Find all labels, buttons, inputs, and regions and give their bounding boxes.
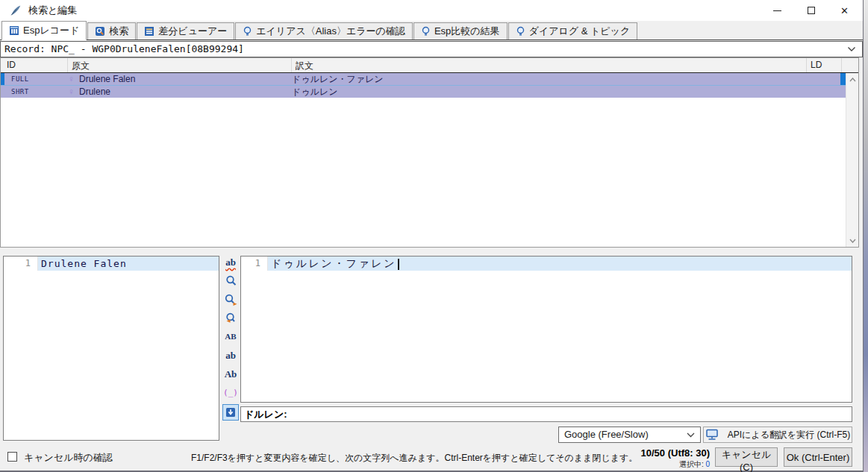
- scroll-down-icon[interactable]: [846, 234, 858, 247]
- table-row[interactable]: SHRT ♀ Drulene ドゥルレン: [1, 85, 846, 98]
- chevron-down-icon[interactable]: [847, 46, 856, 52]
- table-row[interactable]: FULL ♀ Drulene Falen ドゥルレン・ファレン: [1, 73, 846, 85]
- spellcheck-icon[interactable]: ab: [222, 255, 239, 269]
- cancel-button[interactable]: キャンセル(C): [715, 447, 778, 467]
- tab-alias-errors[interactable]: エイリアス〈Alias〉エラーの確認: [235, 22, 413, 40]
- tab-bar: Espレコード 検索 差分ビューアー: [0, 21, 863, 40]
- column-header-id: ID: [1, 58, 68, 72]
- tab-label: エイリアス〈Alias〉エラーの確認: [256, 25, 405, 38]
- minimize-icon: [773, 10, 781, 11]
- selected-label: 選択中:: [679, 460, 704, 468]
- record-combobox[interactable]: Record: NPC_ - WGP0DruleneFalen[08B99294…: [0, 41, 863, 57]
- female-icon: ♀: [68, 87, 75, 96]
- lowercase-icon[interactable]: ab: [222, 348, 239, 362]
- api-button-label: APIによる翻訳を実行 (Ctrl-F5): [728, 429, 850, 441]
- bulb-icon: [516, 26, 525, 37]
- target-editor[interactable]: 1 ドゥルレン・ファレン: [240, 256, 852, 403]
- tab-label: 検索: [109, 25, 128, 38]
- feather-icon: [9, 4, 22, 17]
- tab-label: Espレコード: [23, 24, 79, 37]
- confirm-on-cancel-label: キャンセル時の確認: [24, 451, 113, 465]
- bulb-icon: [421, 26, 431, 37]
- minimize-button[interactable]: [761, 0, 794, 21]
- table-scrollbar[interactable]: [846, 73, 858, 247]
- records-icon: [9, 25, 19, 36]
- records-table: ID 原文 訳文 LD FULL ♀ Drulene Falen ドゥルレン・フ…: [0, 57, 859, 248]
- confirm-on-cancel-checkbox[interactable]: [7, 452, 17, 462]
- search-icon: [95, 26, 105, 37]
- apply-translation-icon[interactable]: [222, 404, 239, 421]
- network-icon: [705, 429, 719, 441]
- column-header-translation: 訳文: [292, 58, 807, 72]
- title-bar: 検索と編集 ✕: [0, 0, 863, 21]
- uppercase-icon[interactable]: AB: [222, 330, 239, 344]
- search-prev-icon[interactable]: [222, 311, 239, 325]
- ok-button[interactable]: Ok (Ctrl-Enter): [784, 447, 852, 467]
- engine-selected-value: Google (Free/Slow): [564, 427, 649, 442]
- keyboard-hint: F1/F2/F3を押すと変更内容を確定し、次の文字列へ進みます。Ctrl-Ent…: [191, 452, 637, 465]
- tab-label: 差分ビューアー: [158, 25, 227, 38]
- search-icon[interactable]: [222, 274, 239, 288]
- window-title: 検索と編集: [28, 0, 77, 21]
- table-header: ID 原文 訳文 LD: [1, 58, 858, 73]
- text-caret: [398, 259, 399, 270]
- source-editor-text[interactable]: Drulene Falen: [38, 257, 219, 271]
- source-line-number: 1: [4, 257, 38, 271]
- column-header-spacer: [842, 58, 858, 72]
- close-icon: ✕: [840, 6, 849, 16]
- tab-esp-compare[interactable]: Esp比較の結果: [413, 22, 508, 40]
- row-translation-text: ドゥルレン: [292, 86, 807, 98]
- scroll-up-icon[interactable]: [846, 73, 858, 86]
- maximize-button[interactable]: [794, 0, 828, 21]
- target-line-number: 1: [241, 257, 268, 271]
- column-header-source: 原文: [68, 58, 292, 72]
- diff-icon: [144, 26, 154, 37]
- tab-label: ダイアログ & トピック: [529, 25, 631, 38]
- tab-label: Esp比較の結果: [434, 25, 500, 38]
- maximize-icon: [808, 7, 815, 14]
- run-api-translation-button[interactable]: APIによる翻訳を実行 (Ctrl-F5): [703, 427, 852, 443]
- dialog-window: 検索と編集 ✕ Espレコード: [0, 0, 864, 472]
- row-source-text: Drulene Falen: [79, 74, 135, 84]
- row-source-text: Drulene: [79, 86, 110, 97]
- female-icon: ♀: [68, 75, 75, 84]
- progress-counter-box: 10/50 (Utf8: 30) 選択中: 0: [641, 447, 710, 470]
- column-header-ld: LD: [807, 58, 842, 72]
- engine-select[interactable]: Google (Free/Slow): [558, 427, 701, 443]
- suggestion-box: ドルレン:: [240, 406, 852, 422]
- search-next-icon[interactable]: [222, 292, 239, 306]
- status-bar: キャンセル時の確認 F1/F2/F3を押すと変更内容を確定し、次の文字列へ進みま…: [0, 446, 863, 471]
- progress-counter: 10/50 (Utf8: 30): [641, 447, 710, 459]
- chevron-down-icon: [687, 432, 695, 438]
- tab-dialog-topic[interactable]: ダイアログ & トピック: [508, 22, 638, 40]
- tab-search[interactable]: 検索: [87, 22, 136, 40]
- record-value: Record: NPC_ - WGP0DruleneFalen[08B99294…: [4, 42, 244, 57]
- target-editor-text[interactable]: ドゥルレン・ファレン: [268, 257, 852, 271]
- capitalize-icon[interactable]: Ab: [222, 367, 239, 381]
- tab-diff-viewer[interactable]: 差分ビューアー: [137, 22, 234, 40]
- close-button[interactable]: ✕: [828, 0, 861, 21]
- bulb-icon: [243, 26, 252, 37]
- selected-count: 0: [705, 460, 710, 468]
- edit-toolbar: ab AB ab Ab (_): [221, 255, 240, 421]
- row-translation-text: ドゥルレン・ファレン: [292, 73, 807, 86]
- source-editor[interactable]: 1 Drulene Falen: [3, 256, 219, 441]
- row-id: FULL: [1, 75, 68, 83]
- row-id: SHRT: [1, 88, 68, 95]
- tab-esp-records[interactable]: Espレコード: [1, 21, 87, 40]
- brackets-icon[interactable]: (_): [222, 386, 239, 400]
